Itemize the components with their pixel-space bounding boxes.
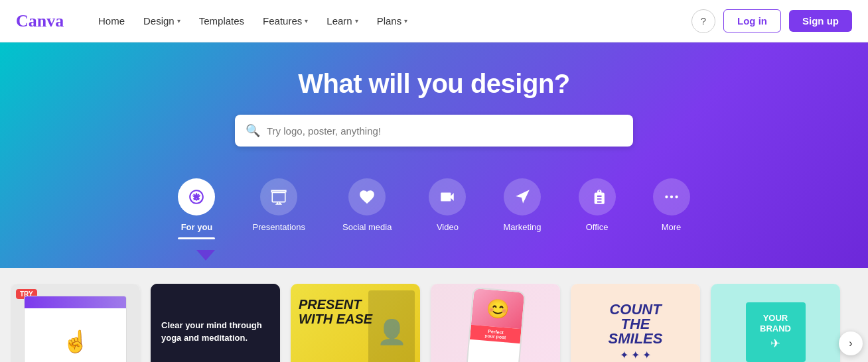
instagram-photo: 😊 <box>470 288 524 328</box>
active-underline <box>178 237 215 239</box>
nav-learn[interactable]: Learn ▾ <box>319 10 366 32</box>
content-section: TRY ☝ Play with Canva <box>0 268 868 362</box>
card-play-with-canva[interactable]: TRY ☝ Play with Canva <box>11 284 140 362</box>
paper-plane-icon: ✈ <box>770 336 780 351</box>
nav-home[interactable]: Home <box>90 10 133 32</box>
present-text: PRESENT WITH EASE <box>299 297 372 326</box>
video-content: Clear your mind through yoga and meditat… <box>151 284 280 362</box>
video-text: Clear your mind through yoga and meditat… <box>151 284 280 362</box>
features-chevron-icon: ▾ <box>305 17 308 25</box>
person-icon: 👤 <box>377 318 407 346</box>
svg-text:Canva: Canva <box>16 12 64 30</box>
poster-text: COUNT THE SMILES <box>609 302 663 346</box>
logo-box-text: YOUR BRAND <box>760 313 791 333</box>
card-play-thumbnail: TRY ☝ <box>11 284 140 362</box>
categories-row: For you Presentations Social media Video <box>159 170 708 247</box>
video-icon <box>429 178 466 215</box>
design-chevron-icon: ▾ <box>177 17 181 25</box>
search-bar[interactable]: 🔍 <box>235 115 633 147</box>
presentations-label: Presentations <box>252 222 305 232</box>
nav-features[interactable]: Features ▾ <box>255 10 316 32</box>
more-icon <box>653 178 690 215</box>
cards-container: TRY ☝ Play with Canva <box>11 284 857 362</box>
nav-actions: ? Log in Sign up <box>691 9 852 33</box>
office-icon <box>579 178 616 215</box>
logo-box: YOUR BRAND ✈ <box>746 302 806 362</box>
presentations-icon <box>260 178 297 215</box>
card-logo[interactable]: YOUR BRAND ✈ Logo <box>711 284 840 362</box>
card-logo-thumbnail: YOUR BRAND ✈ <box>711 284 840 362</box>
mockup-bar <box>25 296 126 308</box>
hero-title: What will you design? <box>298 69 570 99</box>
learn-chevron-icon: ▾ <box>355 17 358 25</box>
hero-section: What will you design? 🔍 For you Presenta… <box>0 42 868 268</box>
canva-logo[interactable]: Canva <box>16 12 69 30</box>
marketing-icon <box>504 178 541 215</box>
video-overlay-text: Clear your mind through yoga and meditat… <box>161 320 269 343</box>
instagram-bg: 😊 Perfect your post <box>431 284 560 362</box>
help-button[interactable]: ? <box>691 9 715 33</box>
nav-links: Home Design ▾ Templates Features ▾ Learn… <box>90 10 691 32</box>
svg-point-3 <box>670 196 672 198</box>
card-poster[interactable]: COUNT THE SMILES ✦ ✦ ✦ Poster <box>571 284 700 362</box>
next-button[interactable]: › <box>839 332 863 355</box>
nav-plans[interactable]: Plans ▾ <box>369 10 416 32</box>
category-more[interactable]: More <box>634 170 709 240</box>
instagram-phone-mockup: 😊 Perfect your post <box>465 286 526 362</box>
card-presentation[interactable]: PRESENT WITH EASE 👤 Presentation (16:9) <box>291 284 420 362</box>
presentation-image: PRESENT WITH EASE 👤 <box>291 284 420 362</box>
category-video[interactable]: Video <box>410 170 484 240</box>
card-poster-thumbnail: COUNT THE SMILES ✦ ✦ ✦ <box>571 284 700 362</box>
nav-templates[interactable]: Templates <box>191 10 252 32</box>
plans-chevron-icon: ▾ <box>404 17 407 25</box>
social-media-icon <box>348 178 386 215</box>
face-emoji: 😊 <box>485 296 510 320</box>
presenter-silhouette: 👤 <box>368 290 415 362</box>
navbar: Canva Home Design ▾ Templates Features ▾… <box>0 0 868 42</box>
card-video-thumbnail: Clear your mind through yoga and meditat… <box>151 284 280 362</box>
marketing-label: Marketing <box>503 222 541 232</box>
for-you-icon <box>178 178 215 215</box>
category-presentations[interactable]: Presentations <box>234 170 324 240</box>
cursor-icon: ☝ <box>62 329 89 354</box>
chevron-right-icon: › <box>849 337 852 349</box>
category-social-media[interactable]: Social media <box>324 170 410 240</box>
poster-content: COUNT THE SMILES ✦ ✦ ✦ <box>571 284 700 362</box>
card-presentation-thumbnail: PRESENT WITH EASE 👤 <box>291 284 420 362</box>
search-icon: 🔍 <box>246 123 260 138</box>
active-indicator <box>16 247 852 261</box>
search-input[interactable] <box>267 125 622 137</box>
category-marketing[interactable]: Marketing <box>484 170 559 240</box>
category-office[interactable]: Office <box>560 170 634 240</box>
signup-button[interactable]: Sign up <box>789 10 852 32</box>
nav-design[interactable]: Design ▾ <box>135 10 188 32</box>
card-instagram-thumbnail: 😊 Perfect your post <box>431 284 560 362</box>
svg-point-2 <box>665 196 668 198</box>
more-label: More <box>662 222 682 232</box>
mockup-content: ☝ <box>25 308 126 363</box>
cards-row: TRY ☝ Play with Canva <box>11 284 857 362</box>
poster-stars: ✦ ✦ ✦ <box>620 349 652 361</box>
help-icon: ? <box>701 15 706 27</box>
for-you-label: For you <box>181 222 213 232</box>
category-for-you[interactable]: For you <box>159 170 234 247</box>
play-mockup: ☝ <box>24 296 127 363</box>
video-label: Video <box>437 222 459 232</box>
login-button[interactable]: Log in <box>723 9 781 32</box>
logo-content: YOUR BRAND ✈ <box>711 284 840 362</box>
card-instagram-post[interactable]: 😊 Perfect your post Instagram Post <box>431 284 560 362</box>
svg-point-4 <box>675 196 678 198</box>
card-video[interactable]: Clear your mind through yoga and meditat… <box>151 284 280 362</box>
social-media-label: Social media <box>342 222 392 232</box>
office-label: Office <box>586 222 609 232</box>
